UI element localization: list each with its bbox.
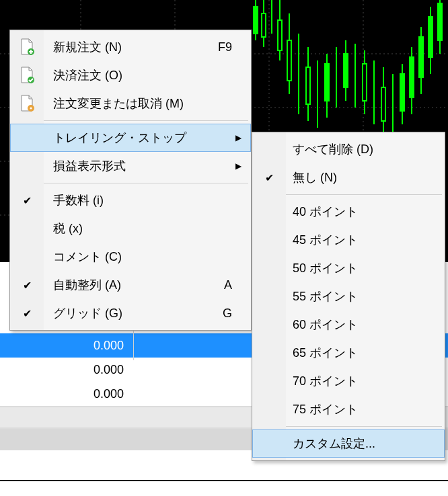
svg-rect-42 [438, 3, 442, 40]
menu-item-commission[interactable]: ✔ 手数料 (i) [10, 186, 251, 214]
menu-item-pl-display[interactable]: 損益表示形式 ▶ [10, 152, 251, 180]
svg-rect-38 [419, 37, 423, 77]
menu-item-label: 損益表示形式 [44, 158, 208, 174]
submenu-item-delete-all[interactable]: すべて削除 (D) [252, 135, 445, 163]
svg-rect-9 [254, 7, 258, 34]
submenu-item-custom[interactable]: カスタム設定... [252, 429, 445, 458]
menu-item-label: 45 ポイント [286, 232, 435, 248]
svg-rect-40 [428, 17, 433, 57]
svg-rect-22 [325, 64, 329, 101]
submenu-item-50pt[interactable]: 50 ポイント [252, 254, 445, 282]
svg-rect-34 [400, 74, 404, 111]
submenu-item-55pt[interactable]: 55 ポイント [252, 282, 445, 311]
svg-rect-36 [410, 57, 414, 97]
menu-item-label: 50 ポイント [286, 260, 435, 276]
submenu-arrow-icon: ▶ [232, 161, 241, 171]
table-cell: 0.000 [0, 387, 133, 401]
trailing-stop-submenu: すべて削除 (D) ✔ 無し (N) 40 ポイント 45 ポイント 50 ポイ… [252, 132, 445, 461]
menu-item-label: 決済注文 (O) [44, 67, 208, 83]
svg-rect-28 [363, 64, 367, 101]
menu-item-label: 無し (N) [286, 169, 435, 185]
submenu-item-40pt[interactable]: 40 ポイント [252, 198, 445, 226]
menu-item-label: 65 ポイント [286, 345, 435, 361]
menu-item-label: すべて削除 (D) [286, 141, 435, 157]
menu-item-label: 注文変更または取消 (M) [44, 95, 208, 112]
table-cell: 0.000 [0, 363, 133, 377]
svg-rect-31 [381, 87, 385, 121]
check-icon: ✔ [23, 308, 32, 319]
menu-item-label: 新規注文 (N) [44, 39, 208, 55]
document-check-icon [10, 67, 44, 84]
svg-point-46 [30, 107, 32, 109]
svg-rect-25 [344, 54, 348, 87]
table-cell: 0.000 [0, 339, 133, 353]
menu-item-new-order[interactable]: 新規注文 (N) F9 [10, 33, 251, 61]
menu-item-modify-order[interactable]: 注文変更または取消 (M) [10, 89, 251, 118]
menu-item-grid[interactable]: ✔ グリッド (G) G [10, 299, 251, 327]
menu-item-shortcut: A [208, 278, 232, 292]
menu-item-tax[interactable]: 税 (x) [10, 214, 251, 243]
submenu-item-70pt[interactable]: 70 ポイント [252, 367, 445, 395]
menu-item-shortcut: F9 [208, 40, 232, 54]
menu-item-label: 自動整列 (A) [44, 277, 208, 293]
menu-item-trailing-stop[interactable]: トレイリング・ストップ ▶ [10, 124, 251, 152]
svg-rect-19 [306, 67, 310, 104]
menu-item-label: 手数料 (i) [44, 192, 208, 208]
menu-item-label: 60 ポイント [286, 317, 435, 333]
menu-item-comment[interactable]: コメント (C) [10, 243, 251, 271]
menu-item-label: 40 ポイント [286, 204, 435, 220]
menu-item-label: グリッド (G) [44, 305, 208, 321]
menu-item-label: カスタム設定... [286, 436, 435, 452]
submenu-item-60pt[interactable]: 60 ポイント [252, 311, 445, 339]
menu-item-label: 55 ポイント [286, 288, 435, 304]
menu-item-label: 税 (x) [44, 220, 208, 237]
svg-rect-14 [278, 20, 282, 50]
check-icon: ✔ [23, 195, 32, 206]
menu-item-shortcut: G [208, 306, 232, 321]
check-icon: ✔ [265, 172, 274, 183]
document-plus-icon [10, 38, 44, 56]
svg-rect-16 [287, 40, 291, 81]
svg-rect-11 [262, 13, 266, 37]
context-menu: 新規注文 (N) F9 決済注文 (O) [9, 30, 252, 331]
submenu-arrow-icon: ▶ [232, 133, 241, 142]
menu-item-auto-arrange[interactable]: ✔ 自動整列 (A) A [10, 271, 251, 299]
menu-item-label: トレイリング・ストップ [44, 130, 208, 146]
menu-item-close-order[interactable]: 決済注文 (O) [10, 61, 251, 89]
check-icon: ✔ [23, 280, 32, 291]
submenu-item-75pt[interactable]: 75 ポイント [252, 395, 445, 423]
submenu-item-none[interactable]: ✔ 無し (N) [252, 163, 445, 192]
document-gear-icon [10, 95, 44, 112]
submenu-item-65pt[interactable]: 65 ポイント [252, 339, 445, 367]
menu-item-label: コメント (C) [44, 249, 208, 265]
menu-item-label: 70 ポイント [286, 373, 435, 389]
submenu-item-45pt[interactable]: 45 ポイント [252, 226, 445, 254]
menu-item-label: 75 ポイント [286, 401, 435, 417]
